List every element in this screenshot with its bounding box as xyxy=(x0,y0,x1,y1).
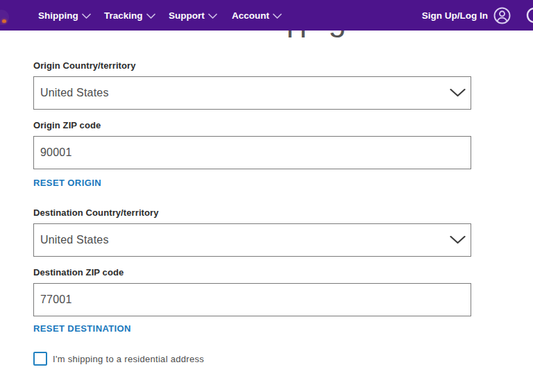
destination-zip-label: Destination ZIP code xyxy=(33,268,124,277)
chevron-down-icon xyxy=(273,13,282,19)
nav-account-label: Account xyxy=(232,10,269,21)
destination-zip-input[interactable] xyxy=(33,283,471,316)
sign-up-log-in-label: Sign Up/Log In xyxy=(422,10,488,21)
nav-support[interactable]: Support xyxy=(169,0,217,31)
chevron-down-icon xyxy=(208,13,217,19)
residential-address-row: I'm shipping to a residential address xyxy=(33,352,204,366)
reset-origin-link[interactable]: RESET ORIGIN xyxy=(33,178,101,187)
origin-country-label: Origin Country/territory xyxy=(33,61,136,70)
chevron-down-icon xyxy=(450,89,466,97)
origin-zip-label: Origin ZIP code xyxy=(33,121,101,130)
fedex-logo-orange-dot-icon xyxy=(2,19,6,23)
residential-address-label: I'm shipping to a residential address xyxy=(53,354,204,364)
nav-tracking[interactable]: Tracking xyxy=(104,0,155,31)
top-navigation-bar: Shipping Tracking Support Account Sign U… xyxy=(0,0,533,31)
nav-tracking-label: Tracking xyxy=(104,10,143,21)
search-icon[interactable] xyxy=(525,0,533,31)
origin-country-select[interactable]: United States xyxy=(33,76,471,110)
reset-destination-link[interactable]: RESET DESTINATION xyxy=(33,324,131,333)
destination-country-value: United States xyxy=(40,234,109,246)
nav-support-label: Support xyxy=(169,10,205,21)
nav-shipping[interactable]: Shipping xyxy=(38,0,91,31)
destination-country-select[interactable]: United States xyxy=(33,223,471,257)
chevron-down-icon xyxy=(146,13,155,19)
nav-account[interactable]: Account xyxy=(232,0,282,31)
destination-country-label: Destination Country/territory xyxy=(33,208,159,217)
residential-address-checkbox[interactable] xyxy=(33,352,47,366)
page: Calculate FedEx shipping rates Shipping … xyxy=(0,0,533,392)
chevron-down-icon xyxy=(82,13,91,19)
origin-country-value: United States xyxy=(40,87,109,99)
origin-zip-input[interactable] xyxy=(33,136,471,169)
sign-up-log-in[interactable]: Sign Up/Log In xyxy=(422,0,511,31)
nav-shipping-label: Shipping xyxy=(38,10,78,21)
magnifier-icon xyxy=(525,5,533,26)
user-account-icon xyxy=(493,7,511,24)
chevron-down-icon xyxy=(450,236,466,244)
